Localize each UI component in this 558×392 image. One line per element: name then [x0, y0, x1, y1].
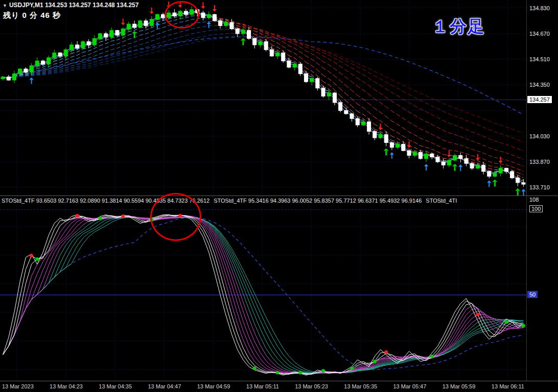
price-tick-label: 133.710	[529, 184, 550, 190]
time-axis[interactable]: 13 Mar 202313 Mar 04:2313 Mar 04:3513 Ma…	[0, 383, 526, 389]
time-tick-label: 13 Mar 05:23	[295, 383, 328, 389]
stochastic-indicator-canvas[interactable]	[0, 196, 526, 381]
annotation-circle-price	[165, 1, 199, 29]
stoch-axis-50-tag: 50	[527, 291, 538, 298]
time-tick-label: 13 Mar 04:47	[148, 383, 181, 389]
time-tick-label: 13 Mar 04:59	[197, 383, 230, 389]
price-tick-label: 134.670	[529, 31, 550, 37]
time-tick-label: 13 Mar 2023	[2, 383, 34, 389]
candle-countdown-timer: 残り 0 分 46 秒	[3, 11, 61, 20]
time-tick-label: 13 Mar 05:35	[344, 383, 377, 389]
stostd-values-2: STOStd_4TF 95.3416 94.3963 96.0052 95.83…	[214, 198, 422, 204]
price-tick-label: 133.870	[529, 159, 550, 165]
timeframe-badge: １分足	[432, 15, 485, 38]
chart-symbol-icon: ▼	[3, 3, 7, 8]
stoch-axis-100: 100	[529, 206, 543, 212]
chart-title: ▼USDJPY,M1 134.253 134.257 134.248 134.2…	[3, 2, 138, 9]
price-tick-label: 134.350	[529, 82, 550, 88]
panel-separator[interactable]	[0, 195, 558, 196]
time-tick-label: 13 Mar 05:11	[246, 383, 279, 389]
panel-separator-bottom[interactable]	[0, 381, 558, 381]
mt4-chart-window: ▼USDJPY,M1 134.253 134.257 134.248 134.2…	[0, 0, 558, 392]
time-tick-label: 13 Mar 04:35	[99, 383, 132, 389]
price-tick-label: 134.030	[529, 133, 550, 139]
time-tick-label: 13 Mar 06:11	[492, 383, 524, 389]
time-tick-label: 13 Mar 05:47	[393, 383, 427, 389]
price-axis[interactable]: 134.830134.670134.510134.350134.030133.8…	[526, 0, 558, 381]
time-tick-label: 13 Mar 05:59	[443, 383, 476, 389]
stoch-axis-108: 108	[529, 197, 539, 203]
current-price-tag: 134.257	[527, 96, 552, 103]
indicator-values-header: STOStd_4TF 93.6503 92.7163 92.0890 91.38…	[2, 198, 526, 204]
stostd-values-3: STOStd_4TI	[426, 198, 457, 204]
price-tick-label: 134.830	[529, 5, 550, 11]
price-tick-label: 134.510	[529, 56, 550, 62]
symbol-ohlc-text: USDJPY,M1 134.253 134.257 134.248 134.25…	[9, 2, 139, 9]
time-tick-label: 13 Mar 04:23	[50, 383, 83, 389]
